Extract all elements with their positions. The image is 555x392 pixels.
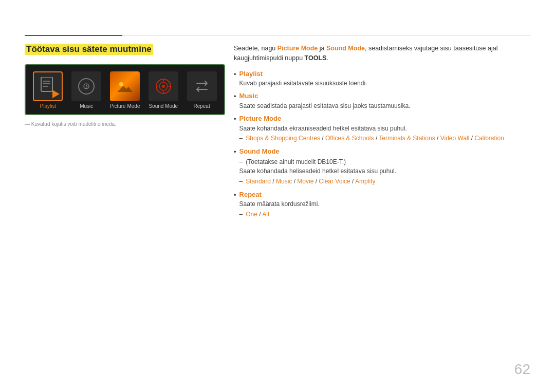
intro-term1: Picture Mode <box>278 45 318 52</box>
soundmode-icon-box <box>149 71 178 101</box>
repeat-desc: Saate määrata kordusrežiimi. <box>239 200 530 209</box>
sound-sub: – Standard / Music / Movie / Clear Voice… <box>239 177 530 186</box>
intro-paragraph: Seadete, nagu Picture Mode ja Sound Mode… <box>234 44 530 63</box>
bullet-dot-picture: • <box>234 115 236 124</box>
svg-marker-8 <box>117 86 133 92</box>
soundmode-label: Sound Mode <box>149 103 178 109</box>
picture-icon <box>117 81 133 92</box>
sound-note-line: – (Toetatakse ainuit mudelit DB10E-T.) <box>239 158 530 166</box>
picture-link-shops: Shops & Shopping Centres <box>246 135 320 142</box>
section-title: Töötava sisu sätete muutmine <box>25 44 153 55</box>
media-item-playlist[interactable]: Playlist <box>31 71 65 109</box>
playlist-label: Playlist <box>40 103 57 109</box>
music-label: Music <box>80 103 93 109</box>
media-item-picture[interactable]: Picture Mode <box>108 71 142 109</box>
media-item-soundmode[interactable]: Sound Mode <box>146 71 180 109</box>
picture-icon-box <box>110 71 140 101</box>
repeat-title: Repeat <box>239 190 530 199</box>
repeat-link-one: One <box>246 211 257 218</box>
playlist-content: Playlist Kuvab parajasti esitatavate sis… <box>239 69 530 88</box>
picture-label: Picture Mode <box>110 103 140 109</box>
playlist-icon-box <box>33 71 63 101</box>
intro-period: . <box>326 54 328 62</box>
bullet-dot-music: • <box>234 92 236 101</box>
intro-before: Seadete, nagu <box>234 45 278 52</box>
item-music: • Music Saate seadistada parajasti esita… <box>234 91 530 110</box>
media-item-music[interactable]: ♪ Music <box>69 71 104 109</box>
svg-point-7 <box>119 82 123 86</box>
media-preview-box: Playlist ♪ Music Picture Mode <box>25 64 225 115</box>
sound-sep1: / <box>272 178 276 185</box>
sound-sub-dash: – <box>239 177 243 186</box>
bullet-dot-playlist: • <box>234 70 236 79</box>
sound-desc: Saate kohandada heliseadeid hetkel esita… <box>239 167 530 176</box>
bullet-list: • Playlist Kuvab parajasti esitatavate s… <box>234 69 530 219</box>
music-desc: Saate seadistada parajasti esitatava sis… <box>239 102 530 110</box>
picture-sub: – Shops & Shopping Centres / Offices & S… <box>239 134 530 143</box>
sound-sub-text: Standard / Music / Movie / Clear Voice /… <box>246 177 375 186</box>
sound-link-music: Music <box>276 178 292 185</box>
sound-link-clearvoice: Clear Voice <box>319 178 350 185</box>
picture-link-calibration: Calibration <box>474 135 504 142</box>
picture-content: Picture Mode Saate kohandada ekraanisead… <box>239 114 530 143</box>
svg-rect-0 <box>41 77 52 91</box>
music-title: Music <box>239 91 530 101</box>
repeat-sub-dash: – <box>239 210 243 219</box>
right-panel: Seadete, nagu Picture Mode ja Sound Mode… <box>234 44 530 223</box>
music-icon-box: ♪ <box>71 71 101 101</box>
repeat-sub-text: One / All <box>246 210 269 219</box>
footnote: — Kuvatud kujutis võib mudeliti erineda. <box>25 121 225 127</box>
item-playlist: • Playlist Kuvab parajasti esitatavate s… <box>234 69 530 88</box>
picture-desc: Saate kohandada ekraaniseadeid hetkel es… <box>239 124 530 133</box>
picture-link-terminals: Terminals & Stations <box>379 135 435 142</box>
playlist-title: Playlist <box>239 69 530 79</box>
bullet-dot-sound: • <box>234 147 236 157</box>
sound-link-amplify: Amplify <box>355 178 375 185</box>
picture-title: Picture Mode <box>239 114 530 123</box>
sound-note-text: (Toetatakse ainuit mudelit DB10E-T.) <box>246 158 346 166</box>
intro-bold-end: TOOLS <box>305 54 327 62</box>
item-picture-mode: • Picture Mode Saate kohandada ekraanise… <box>234 114 530 143</box>
repeat-sub: – One / All <box>239 210 530 219</box>
repeat-content: Repeat Saate määrata kordusrežiimi. – On… <box>239 190 530 219</box>
sound-title: Sound Mode <box>239 147 530 156</box>
svg-point-11 <box>162 85 165 88</box>
top-accent-line <box>25 35 122 36</box>
music-content: Music Saate seadistada parajasti esitata… <box>239 91 530 110</box>
item-repeat: • Repeat Saate määrata kordusrežiimi. – … <box>234 190 530 219</box>
sound-link-standard: Standard <box>246 178 271 185</box>
intro-term2: Sound Mode <box>326 45 365 52</box>
svg-text:♪: ♪ <box>85 82 88 90</box>
repeat-icon-box <box>187 71 217 101</box>
sound-link-movie: Movie <box>297 178 313 185</box>
media-item-repeat[interactable]: Repeat <box>184 71 219 109</box>
intro-between1: ja <box>318 45 326 52</box>
picture-sep3: / <box>437 135 440 142</box>
repeat-link-all: All <box>262 211 269 218</box>
soundmode-icon <box>154 77 173 96</box>
left-panel: Töötava sisu sätete muutmine Playlist <box>25 44 225 127</box>
picture-sub-text: Shops & Shopping Centres / Offices & Sch… <box>246 134 504 143</box>
page-number: 62 <box>514 361 530 378</box>
bullet-dot-repeat: • <box>234 191 236 200</box>
music-icon: ♪ <box>77 77 96 96</box>
playlist-desc: Kuvab parajasti esitatavate sisuüksuste … <box>239 79 530 88</box>
repeat-label: Repeat <box>193 103 210 109</box>
item-sound-mode: • Sound Mode – (Toetatakse ainuit mudeli… <box>234 147 530 186</box>
sound-note-dash: – <box>239 158 243 166</box>
picture-sub-dash: – <box>239 134 243 143</box>
repeat-icon <box>193 77 211 96</box>
picture-link-offices: Offices & Schools <box>325 135 374 142</box>
sound-content: Sound Mode – (Toetatakse ainuit mudelit … <box>239 147 530 186</box>
picture-link-videowall: Video Wall <box>440 135 470 142</box>
